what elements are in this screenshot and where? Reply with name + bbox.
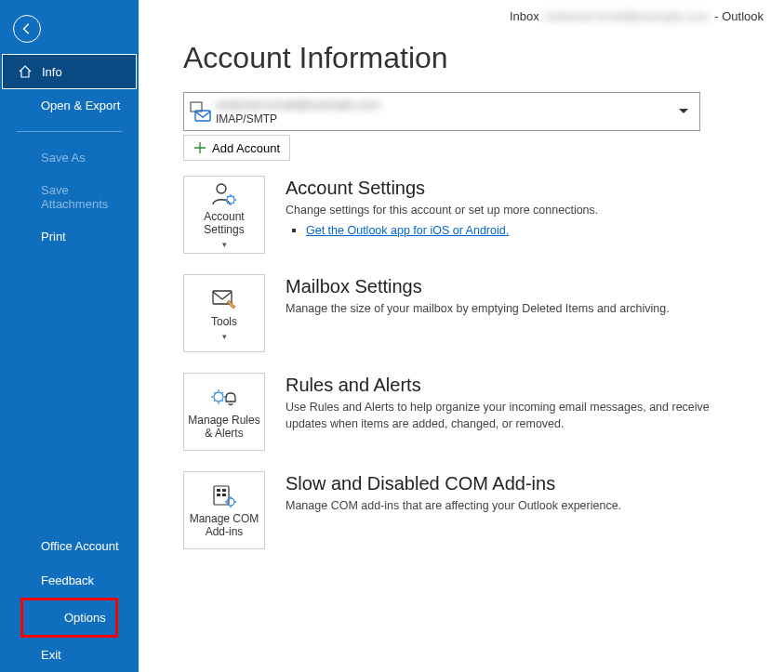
chevron-down-icon: ▾ xyxy=(222,240,227,249)
addins-gear-icon xyxy=(210,482,238,510)
dropdown-caret-icon xyxy=(679,109,688,114)
nav-feedback[interactable]: Feedback xyxy=(0,563,139,598)
section-account-settings: Account Settings ▾ Account Settings Chan… xyxy=(183,176,765,254)
tile-rules-label: Manage Rules & Alerts xyxy=(186,415,262,441)
chevron-down-icon: ▾ xyxy=(222,332,227,341)
account-email: redacted-email@example.com xyxy=(216,98,699,112)
home-icon xyxy=(18,64,33,79)
svg-rect-1 xyxy=(195,111,210,121)
page-title: Account Information xyxy=(183,41,765,75)
tile-addins[interactable]: Manage COM Add-ins xyxy=(183,471,265,549)
tile-tools[interactable]: Tools ▾ xyxy=(183,274,265,352)
heading-mailbox: Mailbox Settings xyxy=(286,276,765,297)
tile-account-settings[interactable]: Account Settings ▾ xyxy=(183,176,265,254)
nav-save-attachments: Save Attachments xyxy=(0,174,139,220)
add-account-button[interactable]: Add Account xyxy=(183,135,290,161)
sidebar-bottom: Office Account Feedback Options Exit xyxy=(0,529,139,672)
nav-save-as-label: Save As xyxy=(17,151,86,165)
nav-info[interactable]: Info xyxy=(2,54,137,89)
nav-feedback-label: Feedback xyxy=(41,573,94,587)
titlebar-email: redacted-email@example.com xyxy=(545,9,710,23)
nav-print-label: Print xyxy=(17,230,66,244)
window-title: Inbox redacted-email@example.com - Outlo… xyxy=(510,9,764,23)
account-dropdown[interactable]: redacted-email@example.com IMAP/SMTP xyxy=(183,92,700,131)
nav-save-as: Save As xyxy=(0,141,139,174)
desc-addins: Manage COM add-ins that are affecting yo… xyxy=(286,498,723,515)
sidebar-divider xyxy=(17,131,122,132)
account-text: redacted-email@example.com IMAP/SMTP xyxy=(216,98,699,125)
add-account-label: Add Account xyxy=(212,141,280,155)
heading-addins: Slow and Disabled COM Add-ins xyxy=(286,473,765,494)
tile-tools-label: Tools xyxy=(211,316,237,329)
section-mailbox: Tools ▾ Mailbox Settings Manage the size… xyxy=(183,274,765,352)
svg-rect-8 xyxy=(222,489,226,492)
nav-save-attachments-label: Save Attachments xyxy=(17,183,126,211)
svg-point-2 xyxy=(217,184,226,193)
svg-point-5 xyxy=(214,392,223,402)
titlebar-context: Inbox xyxy=(510,9,539,23)
desc-account-settings: Change settings for this account or set … xyxy=(286,203,723,219)
nav-print[interactable]: Print xyxy=(0,220,139,253)
svg-point-11 xyxy=(227,498,234,506)
mailbox-tools-icon xyxy=(210,285,238,313)
person-gear-icon xyxy=(210,180,238,208)
plus-icon xyxy=(193,141,206,154)
titlebar-suffix: - Outlook xyxy=(714,9,764,23)
nav-office-account-label: Office Account xyxy=(41,539,119,553)
desc-mailbox: Manage the size of your mailbox by empty… xyxy=(286,301,723,318)
nav-exit[interactable]: Exit xyxy=(0,638,139,672)
nav-open-export-label: Open & Export xyxy=(17,99,120,112)
tile-rules[interactable]: Manage Rules & Alerts xyxy=(183,373,265,451)
svg-point-3 xyxy=(227,196,234,204)
backstage-sidebar: Info Open & Export Save As Save Attachme… xyxy=(0,0,139,672)
link-outlook-app[interactable]: Get the Outlook app for iOS or Android. xyxy=(306,224,509,237)
nav-options-label: Options xyxy=(64,611,106,625)
nav-exit-label: Exit xyxy=(41,648,61,662)
nav-office-account[interactable]: Office Account xyxy=(0,529,139,563)
mail-account-icon xyxy=(184,99,216,124)
svg-rect-10 xyxy=(222,494,226,496)
desc-rules: Use Rules and Alerts to help organize yo… xyxy=(286,400,723,432)
nav-options[interactable]: Options xyxy=(20,598,118,638)
section-addins: Manage COM Add-ins Slow and Disabled COM… xyxy=(183,471,765,549)
account-protocol: IMAP/SMTP xyxy=(216,112,699,125)
nav-open-export[interactable]: Open & Export xyxy=(0,89,139,122)
heading-account-settings: Account Settings xyxy=(286,178,765,199)
heading-rules: Rules and Alerts xyxy=(286,375,765,396)
section-rules: Manage Rules & Alerts Rules and Alerts U… xyxy=(183,373,765,451)
back-button[interactable] xyxy=(13,15,41,43)
back-arrow-icon xyxy=(20,22,33,35)
gear-bell-icon xyxy=(209,384,239,412)
tile-account-settings-label: Account Settings xyxy=(186,211,262,237)
main-content: Inbox redacted-email@example.com - Outlo… xyxy=(139,0,784,672)
tile-addins-label: Manage COM Add-ins xyxy=(186,513,262,539)
nav-info-label: Info xyxy=(42,65,62,79)
svg-rect-9 xyxy=(217,494,220,496)
svg-rect-7 xyxy=(217,489,220,492)
